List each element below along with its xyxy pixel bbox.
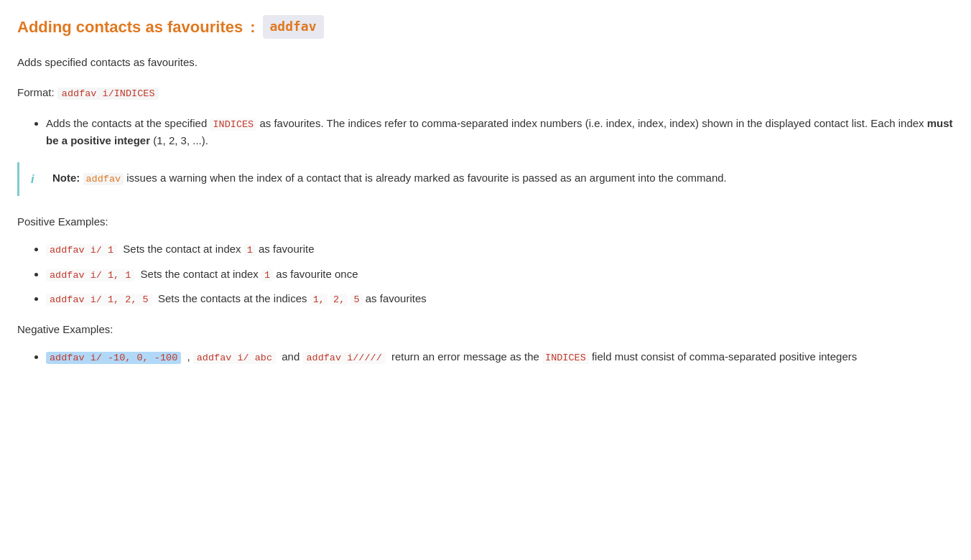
ex3-num2: 2,	[330, 294, 348, 306]
bullet-item-1: Adds the contacts at the specified INDIC…	[46, 115, 954, 150]
neg1-code: INDICES	[542, 352, 589, 364]
ex3-desc-after: as favourites	[366, 292, 427, 304]
main-bullet-list: Adds the contacts at the specified INDIC…	[17, 115, 954, 150]
bullet-1-code: INDICES	[210, 118, 256, 131]
ex3-cmd: addfav i/ 1, 2, 5	[46, 294, 152, 306]
note-box: i Note: addfav issues a warning when the…	[17, 162, 954, 196]
positive-example-3: addfav i/ 1, 2, 5 Sets the contacts at t…	[46, 290, 954, 308]
positive-example-1: addfav i/ 1 Sets the contact at index 1 …	[46, 241, 954, 258]
neg1-cmd-highlighted: addfav i/ -10, 0, -100	[46, 352, 181, 364]
ex2-desc-after: as favourite once	[276, 268, 358, 280]
negative-example-1: addfav i/ -10, 0, -100 , addfav i/ abc a…	[46, 348, 954, 366]
title-command: addfav	[263, 15, 324, 39]
neg1-cmd3: addfav i/////	[302, 352, 385, 364]
ex3-num3: 5	[350, 294, 362, 306]
positive-examples-list: addfav i/ 1 Sets the contact at index 1 …	[17, 241, 954, 308]
bullet-1-after2: (1, 2, 3, ...).	[153, 134, 208, 146]
info-icon: i	[31, 170, 42, 189]
neg1-separator: ,	[187, 350, 192, 363]
ex2-desc-before: Sets the contact at index	[141, 268, 261, 280]
note-label: Note:	[52, 172, 83, 184]
ex3-desc-before: Sets the contacts at the indices	[158, 292, 310, 304]
description-text: Adds specified contacts as favourites.	[17, 54, 954, 71]
note-content: Note: addfav issues a warning when the i…	[52, 169, 727, 187]
page-title: Adding contacts as favourites : addfav	[17, 14, 954, 39]
neg1-and: and	[282, 350, 302, 363]
negative-examples-list: addfav i/ -10, 0, -100 , addfav i/ abc a…	[17, 348, 954, 366]
positive-example-2: addfav i/ 1, 1 Sets the contact at index…	[46, 266, 954, 284]
note-command-code: addfav	[83, 173, 124, 185]
bullet-1-before: Adds the contacts at the specified	[46, 117, 210, 129]
neg1-desc-before: return an error message as the	[391, 350, 542, 363]
title-colon: :	[250, 14, 255, 39]
bullet-1-after1: as favourites. The indices refer to comm…	[259, 117, 926, 129]
neg1-cmd2: addfav i/ abc	[193, 352, 276, 364]
ex2-cmd: addfav i/ 1, 1	[46, 269, 134, 281]
title-text: Adding contacts as favourites	[17, 14, 243, 39]
negative-examples-title: Negative Examples:	[17, 321, 954, 338]
note-text: issues a warning when the index of a con…	[126, 172, 726, 184]
format-line: Format: addfav i/INDICES	[17, 84, 954, 102]
ex1-num: 1	[244, 244, 256, 256]
ex1-desc-after: as favourite	[259, 243, 315, 255]
ex1-cmd: addfav i/ 1	[46, 244, 117, 256]
positive-examples-title: Positive Examples:	[17, 213, 954, 230]
ex2-num: 1	[261, 269, 273, 281]
format-value: addfav i/INDICES	[57, 88, 159, 100]
ex3-num1: 1,	[310, 294, 327, 306]
neg1-desc-after: field must consist of comma-separated po…	[592, 350, 857, 363]
format-label: Format:	[17, 86, 55, 98]
ex1-desc-before: Sets the contact at index	[123, 243, 243, 255]
